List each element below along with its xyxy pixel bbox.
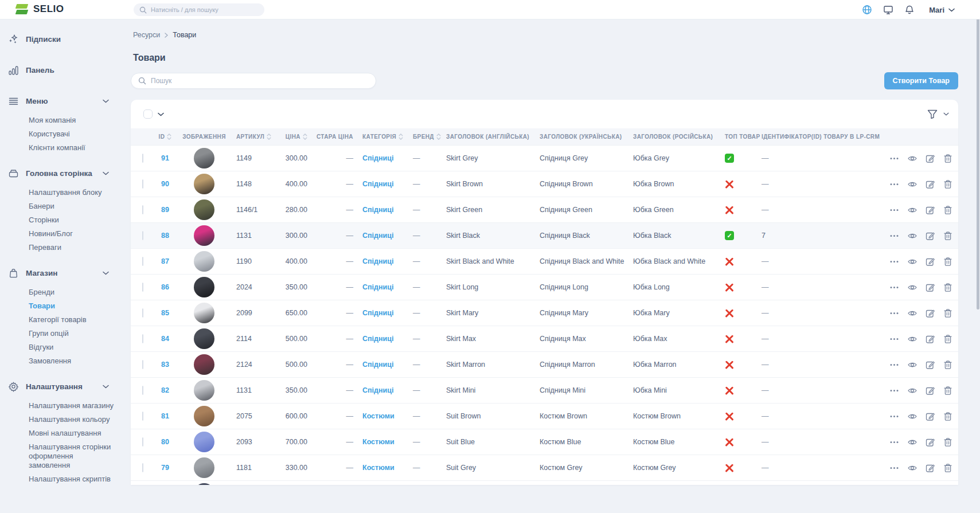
edit-icon[interactable] bbox=[926, 257, 935, 267]
product-category-link[interactable]: Спідниці bbox=[361, 361, 412, 369]
delete-icon[interactable] bbox=[943, 463, 952, 473]
edit-icon[interactable] bbox=[926, 360, 935, 370]
delete-icon[interactable] bbox=[943, 205, 952, 215]
view-icon[interactable] bbox=[907, 437, 917, 447]
view-icon[interactable] bbox=[907, 412, 917, 421]
sidebar-subitem[interactable]: Новини/Блог bbox=[6, 227, 115, 241]
row-checkbox[interactable] bbox=[142, 334, 143, 343]
view-icon[interactable] bbox=[907, 231, 917, 241]
more-icon[interactable] bbox=[889, 179, 899, 189]
row-checkbox[interactable] bbox=[142, 179, 143, 189]
edit-icon[interactable] bbox=[926, 308, 935, 318]
sidebar-subitem[interactable]: Групи опцій bbox=[6, 327, 115, 340]
product-id-link[interactable]: 88 bbox=[151, 232, 179, 240]
bell-icon[interactable] bbox=[904, 5, 915, 15]
product-id-link[interactable]: 82 bbox=[151, 386, 179, 394]
breadcrumb-resources[interactable]: Ресурси bbox=[133, 31, 160, 39]
sort-icon[interactable] bbox=[167, 133, 171, 140]
product-id-link[interactable]: 85 bbox=[151, 309, 179, 317]
column-header-cat[interactable]: КАТЕГОРІЯ bbox=[361, 133, 412, 140]
product-category-link[interactable]: Спідниці bbox=[361, 335, 412, 343]
view-icon[interactable] bbox=[907, 257, 917, 267]
sidebar-item-1[interactable]: Панель bbox=[6, 57, 115, 83]
delete-icon[interactable] bbox=[943, 283, 952, 292]
monitor-icon[interactable] bbox=[883, 5, 893, 15]
delete-icon[interactable] bbox=[943, 334, 952, 344]
delete-icon[interactable] bbox=[943, 412, 952, 421]
sidebar-subitem[interactable]: Переваги bbox=[6, 241, 115, 254]
table-search-input[interactable] bbox=[151, 77, 369, 85]
row-checkbox[interactable] bbox=[142, 231, 143, 240]
view-icon[interactable] bbox=[907, 283, 917, 292]
sidebar-subitem[interactable]: Банери bbox=[6, 199, 115, 213]
column-header-id[interactable]: ID bbox=[151, 133, 179, 140]
sidebar-subitem[interactable]: Налаштування сторінки оформлення замовле… bbox=[6, 440, 115, 472]
globe-icon[interactable] bbox=[862, 5, 872, 15]
column-header-sku[interactable]: АРТИКУЛ bbox=[229, 133, 275, 140]
row-checkbox[interactable] bbox=[142, 308, 143, 318]
product-category-link[interactable]: Костюми bbox=[361, 438, 412, 446]
sidebar-subitem[interactable]: Сторінки bbox=[6, 213, 115, 227]
global-search[interactable] bbox=[134, 3, 264, 16]
sidebar-subitem[interactable]: Категорії товарів bbox=[6, 313, 115, 327]
product-category-link[interactable]: Костюми bbox=[361, 412, 412, 420]
edit-icon[interactable] bbox=[926, 205, 935, 215]
bulk-actions-chevron-icon[interactable] bbox=[158, 112, 164, 116]
edit-icon[interactable] bbox=[926, 386, 935, 395]
product-id-link[interactable]: 91 bbox=[151, 154, 179, 162]
product-id-link[interactable]: 81 bbox=[151, 412, 179, 420]
delete-icon[interactable] bbox=[943, 437, 952, 447]
edit-icon[interactable] bbox=[926, 283, 935, 292]
product-id-link[interactable]: 90 bbox=[151, 180, 179, 188]
product-category-link[interactable]: Костюми bbox=[361, 464, 412, 472]
edit-icon[interactable] bbox=[926, 463, 935, 473]
sidebar-item-0[interactable]: Підписки bbox=[6, 26, 115, 52]
sidebar-subitem[interactable]: Налаштування кольору bbox=[6, 413, 115, 426]
user-menu[interactable]: Mari bbox=[929, 6, 955, 14]
product-category-link[interactable]: Спідниці bbox=[361, 257, 412, 265]
product-category-link[interactable]: Спідниці bbox=[361, 180, 412, 188]
create-product-button[interactable]: Створити Товар bbox=[884, 72, 959, 89]
row-checkbox[interactable] bbox=[142, 154, 143, 163]
row-checkbox[interactable] bbox=[142, 205, 143, 214]
delete-icon[interactable] bbox=[943, 257, 952, 267]
sidebar-subitem[interactable]: Клієнти компанії bbox=[6, 141, 115, 155]
more-icon[interactable] bbox=[889, 257, 899, 267]
select-all-checkbox[interactable] bbox=[143, 109, 153, 119]
view-icon[interactable] bbox=[907, 205, 917, 215]
edit-icon[interactable] bbox=[926, 231, 935, 241]
edit-icon[interactable] bbox=[926, 437, 935, 447]
sort-icon[interactable] bbox=[267, 133, 271, 140]
product-id-link[interactable]: 79 bbox=[151, 464, 179, 472]
row-checkbox[interactable] bbox=[142, 463, 143, 472]
table-search[interactable] bbox=[131, 73, 376, 89]
sidebar-subitem[interactable]: Бренди bbox=[6, 285, 115, 299]
product-category-link[interactable]: Спідниці bbox=[361, 309, 412, 317]
edit-icon[interactable] bbox=[926, 179, 935, 189]
product-id-link[interactable]: 86 bbox=[151, 283, 179, 291]
delete-icon[interactable] bbox=[943, 179, 952, 189]
column-header-brand[interactable]: БРЕНД bbox=[412, 133, 446, 140]
sidebar-subitem[interactable]: Мовні налаштування bbox=[6, 426, 115, 440]
more-icon[interactable] bbox=[889, 437, 899, 447]
row-checkbox[interactable] bbox=[142, 257, 143, 266]
edit-icon[interactable] bbox=[926, 154, 935, 163]
product-category-link[interactable]: Спідниці bbox=[361, 206, 412, 214]
product-id-link[interactable]: 87 bbox=[151, 257, 179, 265]
sidebar-subitem[interactable]: Налаштування скриптів bbox=[6, 472, 115, 486]
global-search-input[interactable] bbox=[151, 6, 259, 13]
delete-icon[interactable] bbox=[943, 386, 952, 395]
app-logo[interactable]: SELIO bbox=[16, 3, 64, 15]
more-icon[interactable] bbox=[889, 205, 899, 215]
filter-control[interactable] bbox=[927, 109, 949, 119]
view-icon[interactable] bbox=[907, 308, 917, 318]
sidebar-item-shop[interactable]: Магазин bbox=[6, 260, 115, 285]
more-icon[interactable] bbox=[889, 283, 899, 292]
row-checkbox[interactable] bbox=[142, 360, 143, 369]
product-id-link[interactable]: 84 bbox=[151, 335, 179, 343]
more-icon[interactable] bbox=[889, 308, 899, 318]
sidebar-subitem[interactable]: Налаштування блоку bbox=[6, 186, 115, 199]
delete-icon[interactable] bbox=[943, 231, 952, 241]
delete-icon[interactable] bbox=[943, 360, 952, 370]
sidebar-subitem-active[interactable]: Товари bbox=[6, 299, 115, 313]
